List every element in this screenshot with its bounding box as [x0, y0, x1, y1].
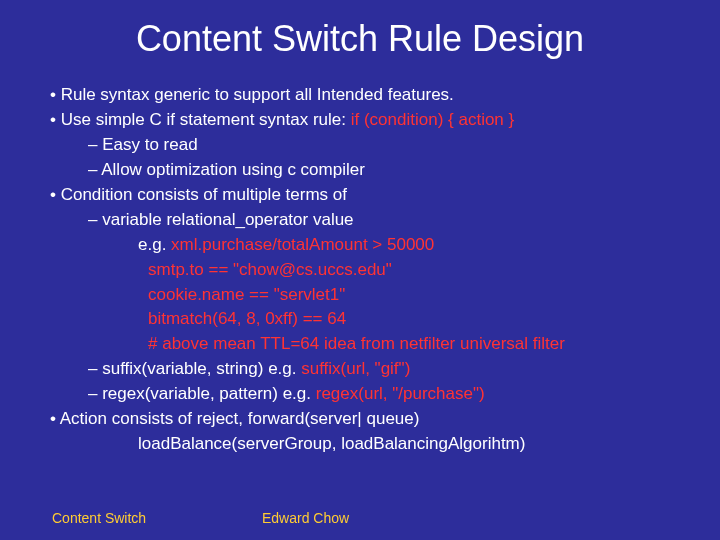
- bullet-level2: Easy to read: [28, 134, 692, 157]
- bullet-level1: Use simple C if statement syntax rule: i…: [28, 109, 692, 132]
- slide-body: Rule syntax generic to support all Inten…: [28, 84, 692, 502]
- slide: Content Switch Rule Design Rule syntax g…: [0, 0, 720, 540]
- bullet-level2: suffix(variable, string) e.g. suffix(url…: [28, 358, 692, 381]
- bullet-level3: # above mean TTL=64 idea from netfilter …: [28, 333, 692, 356]
- bullet-level2: variable relational_operator value: [28, 209, 692, 232]
- bullet-level1: Condition consists of multiple terms of: [28, 184, 692, 207]
- bullet-level3: cookie.name == "servlet1": [28, 284, 692, 307]
- slide-title: Content Switch Rule Design: [28, 18, 692, 60]
- red-text: suffix(url, "gif"): [301, 359, 410, 378]
- bullet-level3: smtp.to == "chow@cs.uccs.edu": [28, 259, 692, 282]
- bullet-level2: Allow optimization using c compiler: [28, 159, 692, 182]
- bullet-level3: bitmatch(64, 8, 0xff) == 64: [28, 308, 692, 331]
- bullet-level3: loadBalance(serverGroup, loadBalancingAl…: [28, 433, 692, 456]
- footer-center: Edward Chow: [262, 510, 349, 526]
- bullet-level1: Rule syntax generic to support all Inten…: [28, 84, 692, 107]
- footer-left: Content Switch: [52, 510, 262, 526]
- bullet-level2: regex(variable, pattern) e.g. regex(url,…: [28, 383, 692, 406]
- bullet-level3: e.g. xml.purchase/totalAmount > 50000: [28, 234, 692, 257]
- footer: Content Switch Edward Chow: [28, 510, 692, 526]
- red-text: regex(url, "/purchase"): [316, 384, 485, 403]
- red-text: xml.purchase/totalAmount > 50000: [171, 235, 434, 254]
- red-text: if (condition) { action }: [351, 110, 514, 129]
- bullet-level1: Action consists of reject, forward(serve…: [28, 408, 692, 431]
